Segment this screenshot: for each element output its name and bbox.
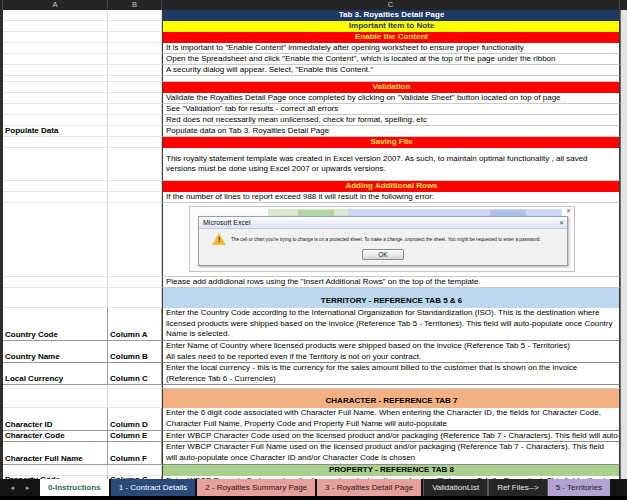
sheet-row: Character Full NameColumn FEnter WBCP Ch… (3, 442, 620, 465)
cell-a[interactable] (3, 192, 108, 203)
sheet-row: Open the Spreadsheet and click "Enable t… (3, 54, 620, 65)
cell-b[interactable] (108, 389, 162, 408)
cell-b[interactable] (108, 32, 162, 43)
sheet-tab-0-instructions[interactable]: 0-Instructions (40, 479, 109, 496)
cell-c[interactable]: Validate the Royalties Detail Page once … (162, 93, 620, 104)
cell-b[interactable] (108, 465, 162, 476)
cell-b[interactable] (108, 10, 162, 21)
cell-a[interactable] (3, 82, 108, 93)
cell-a[interactable] (3, 104, 108, 115)
cell-c[interactable]: Enter Name of Country where licensed pro… (162, 341, 620, 363)
cell-c[interactable]: ✕ Microsoft Excel ✕ ! The cell or chart … (162, 203, 620, 277)
cell-a[interactable] (3, 43, 108, 54)
cell-a[interactable] (3, 137, 108, 148)
sheet-tab-2-royalties-summary-page[interactable]: 2 - Royalties Summary Page (197, 479, 315, 496)
cell-c[interactable]: Red does not necessarily mean unlicensed… (162, 115, 620, 126)
cell-a[interactable]: Character Code (3, 431, 108, 442)
cell-a[interactable] (3, 389, 108, 408)
cell-a[interactable] (3, 10, 108, 21)
cell-c[interactable]: Please add addidional rows using the "In… (162, 277, 620, 288)
cell-a[interactable]: Character Full Name (3, 442, 108, 465)
sheet-tab-validationlist[interactable]: ValidationList (423, 479, 488, 496)
cell-a[interactable] (3, 115, 108, 126)
tab-scroll-left-icon[interactable]: ◄ (9, 484, 15, 491)
cell-a[interactable] (3, 288, 108, 308)
ok-button: OK (362, 249, 404, 260)
cell-b[interactable]: Column C (108, 363, 162, 385)
cell-b[interactable] (108, 82, 162, 93)
cell-c[interactable]: This royalty statement template was crea… (162, 148, 620, 181)
cell-b[interactable] (108, 137, 162, 148)
column-header-a[interactable]: A (3, 0, 108, 10)
cell-a[interactable]: Local Currency (3, 363, 108, 385)
cell-b[interactable] (108, 277, 162, 288)
cell-b[interactable]: Column E (108, 431, 162, 442)
cell-c[interactable]: Enter the 6 digit code associated with C… (162, 408, 620, 431)
cell-b[interactable]: Column F (108, 442, 162, 465)
section-header-cell[interactable]: Saving File (162, 137, 620, 148)
section-header-cell[interactable]: PROPERTY - REFERENCE TAB 8 (162, 465, 620, 476)
cell-b[interactable] (108, 115, 162, 126)
cell-a[interactable]: Populate Data (3, 126, 108, 137)
cell-b[interactable] (108, 288, 162, 308)
sheet-tab-1-contract-details[interactable]: 1 - Contract Details (111, 479, 195, 496)
cell-a[interactable] (3, 93, 108, 104)
section-header-cell[interactable]: Enable the Content (162, 32, 620, 43)
section-header-label: TERRITORY - REFERENCE TAB 5 & 6 (318, 296, 465, 309)
cell-b[interactable] (108, 21, 162, 32)
cell-c[interactable]: A security dialog will appear. Select, "… (162, 65, 620, 76)
sheet-row: CHARACTER - REFERENCE TAB 7 (3, 389, 620, 408)
section-header-label: Important Item to Note (346, 21, 436, 32)
section-header-cell[interactable]: Validation (162, 82, 620, 93)
warning-icon: ! (212, 233, 226, 245)
sheet-row: Important Item to Note (3, 21, 620, 32)
cell-b[interactable] (108, 65, 162, 76)
cell-a[interactable] (3, 181, 108, 192)
section-header-cell[interactable]: CHARACTER - REFERENCE TAB 7 (162, 389, 620, 408)
section-header-cell[interactable]: Tab 3. Royalties Detail Page (162, 10, 620, 21)
cell-c[interactable]: Enter WBCP Character Code used on the li… (162, 431, 620, 442)
vertical-scrollbar[interactable] (620, 10, 627, 480)
cell-b[interactable] (108, 203, 162, 277)
section-header-cell[interactable]: Adding Additional Rows (162, 181, 620, 192)
cell-c[interactable]: Enter the local currency - this is the c… (162, 363, 620, 385)
cell-c[interactable]: Enter the Country Code according to the … (162, 308, 620, 341)
cell-c[interactable]: Populate data on Tab 3. Royalties Detail… (162, 126, 620, 137)
cell-c[interactable]: If the number of lines to report exceed … (162, 192, 620, 203)
cell-c[interactable]: See "Validation" tab for results - corre… (162, 104, 620, 115)
column-header-c[interactable]: C (162, 0, 620, 10)
sheet-tab-3-royalties-detail-page[interactable]: 3 - Royalties Detail Page (317, 479, 421, 496)
tab-scroll-right-icon[interactable]: ► (24, 484, 30, 491)
sheet-tab-ref-files[interactable]: Ref Files--> (488, 479, 548, 496)
column-header-b[interactable]: B (108, 0, 162, 10)
cell-c[interactable]: Enter WBCP Character Full Name used on t… (162, 442, 620, 465)
cell-a[interactable] (3, 148, 108, 181)
cell-c[interactable]: It is important to "Enable Content" imme… (162, 43, 620, 54)
cell-text: Open the Spreadsheet and click "Enable t… (163, 54, 558, 65)
cell-a[interactable] (3, 277, 108, 288)
cell-a[interactable] (3, 32, 108, 43)
cell-a[interactable] (3, 465, 108, 476)
cell-a[interactable]: Character ID (3, 408, 108, 431)
cell-a[interactable]: Country Name (3, 341, 108, 363)
cell-b[interactable] (108, 126, 162, 137)
cell-b[interactable] (108, 181, 162, 192)
cell-a[interactable] (3, 65, 108, 76)
sheet-tab-5-territories[interactable]: 5 - Territories (548, 479, 611, 496)
cell-a[interactable] (3, 203, 108, 277)
section-header-cell[interactable]: Important Item to Note (162, 21, 620, 32)
cell-a[interactable]: Country Code (3, 308, 108, 341)
section-header-cell[interactable]: TERRITORY - REFERENCE TAB 5 & 6 (162, 288, 620, 308)
cell-c[interactable]: Open the Spreadsheet and click "Enable t… (162, 54, 620, 65)
cell-b[interactable]: Column D (108, 408, 162, 431)
cell-b[interactable]: Column B (108, 341, 162, 363)
cell-a[interactable] (3, 21, 108, 32)
cell-b[interactable] (108, 93, 162, 104)
cell-b[interactable] (108, 54, 162, 65)
cell-b[interactable]: Column A (108, 308, 162, 341)
cell-b[interactable] (108, 43, 162, 54)
cell-b[interactable] (108, 192, 162, 203)
cell-a[interactable] (3, 54, 108, 65)
cell-b[interactable] (108, 148, 162, 181)
cell-b[interactable] (108, 104, 162, 115)
